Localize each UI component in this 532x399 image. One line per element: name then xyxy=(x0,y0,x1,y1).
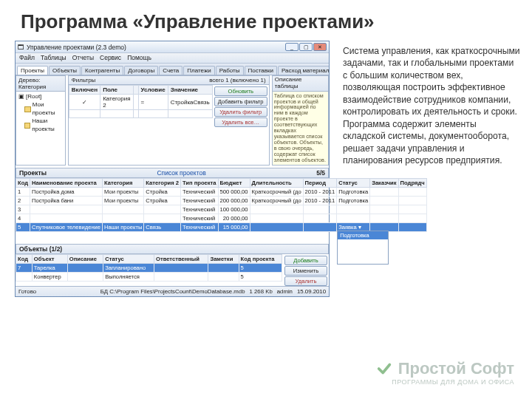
brand-logo: Простой Софт ПРОГРАММЫ ДЛЯ ДОМА И ОФИСА xyxy=(376,359,514,386)
tab-invoices[interactable]: Счета xyxy=(159,66,183,75)
status-size: 1 268 Kb xyxy=(250,288,273,295)
menu-service[interactable]: Сервис xyxy=(100,54,121,62)
table-row[interactable]: 5Спутниковое телевидениеНаши проектыСвяз… xyxy=(16,222,427,231)
tree-header: Дерево: Категория xyxy=(16,76,65,92)
menu-tables[interactable]: Таблицы xyxy=(41,54,66,62)
projects-grid[interactable]: КодНаименование проектаКатегорияКатегори… xyxy=(16,178,329,232)
objects-header: Объекты (1/2) xyxy=(19,245,62,253)
status-db: БД C:\Program Files\ProjectsCount\DemoDa… xyxy=(100,288,245,295)
filters-title: Фильтры xyxy=(72,77,96,83)
tree-node[interactable]: Мои проекты xyxy=(18,101,63,117)
table-row[interactable]: КонвертерВыполняется5 xyxy=(16,272,282,281)
menu-help[interactable]: Помощь xyxy=(127,54,151,62)
menu-file[interactable]: Файл xyxy=(19,54,35,62)
tree-root[interactable]: ▣[Root] xyxy=(18,93,63,100)
tab-projects[interactable]: Проекты xyxy=(17,66,48,75)
table-row[interactable]: 1Постройка домаМои проектыСтройкаТехниче… xyxy=(16,187,427,196)
tab-objects[interactable]: Объекты xyxy=(49,66,81,75)
status-dropdown[interactable]: ПодготовкаРеализацияЗавершенОтменен xyxy=(337,231,389,265)
status-date: 15.09.2010 xyxy=(297,288,326,295)
delete-all-filters-button[interactable]: Удалить все… xyxy=(214,117,267,127)
folder-icon xyxy=(24,106,31,112)
delete-object-button[interactable]: Удалить xyxy=(284,276,327,286)
add-object-button[interactable]: Добавить xyxy=(284,256,327,265)
filters-count: всего 1 (включено 1) xyxy=(209,77,266,83)
status-user: admin xyxy=(277,288,293,295)
projects-list-link[interactable]: Список проектов xyxy=(157,169,205,177)
refresh-button[interactable]: Обновить xyxy=(214,86,267,96)
minimize-button[interactable]: _ xyxy=(285,43,299,51)
menu-reports[interactable]: Отчеты xyxy=(72,54,94,62)
dropdown-option[interactable]: Реализация xyxy=(338,239,388,248)
tab-contracts[interactable]: Договоры xyxy=(124,66,158,75)
menubar: Файл Таблицы Отчеты Сервис Помощь xyxy=(16,53,329,64)
dropdown-option[interactable]: Отменен xyxy=(338,256,388,264)
delete-filter-button[interactable]: Удалить фильтр xyxy=(214,107,267,117)
add-filter-button[interactable]: Добавить фильтр xyxy=(214,97,267,106)
edit-object-button[interactable]: Изменить xyxy=(284,266,327,276)
tab-deliveries[interactable]: Поставки xyxy=(245,66,277,75)
table-row[interactable]: 2Постройка баниМои проектыСтройкаТехниче… xyxy=(16,196,427,205)
descbox-header: Описание таблицы xyxy=(273,76,328,92)
tree-node[interactable]: Наши проекты xyxy=(18,117,63,133)
tab-works[interactable]: Работы xyxy=(216,66,244,75)
folder-icon xyxy=(24,123,30,129)
app-window: 🗔 Управление проектами (2.3 demo) _ ▢ ✕ … xyxy=(15,41,330,297)
app-icon: 🗔 xyxy=(18,44,24,51)
filters-panel: Фильтры всего 1 (включено 1) Включен Пол… xyxy=(68,75,270,166)
table-row[interactable]: 4Технический20 000,00 xyxy=(16,214,427,222)
projects-header: Проекты xyxy=(19,169,47,177)
table-description: Описание таблицы Таблица со списком прое… xyxy=(272,75,329,166)
dropdown-option[interactable]: Подготовка xyxy=(338,231,388,239)
projects-count: 5/5 xyxy=(316,169,325,177)
status-bar: Готово БД C:\Program Files\ProjectsCount… xyxy=(16,286,329,296)
table-row[interactable]: 3Технический100 000,00 xyxy=(16,205,427,214)
tree-panel: Дерево: Категория ▣[Root] Мои проекты На… xyxy=(16,75,66,166)
maximize-button[interactable]: ▢ xyxy=(299,43,313,51)
filter-row[interactable]: ✓ Категория 2 = СтройкаСвязь xyxy=(69,95,212,110)
objects-grid[interactable]: КодОбъектОписаниеСтатусОтветственныйЗаме… xyxy=(16,254,282,286)
table-row[interactable]: 7ТарелкаЗапланировано5 xyxy=(16,263,282,272)
tab-contragents[interactable]: Контрагенты xyxy=(81,66,123,75)
filters-grid[interactable]: Включен Поле Условие Значение ✓ Категори… xyxy=(69,85,213,129)
tab-materials[interactable]: Расход материалов xyxy=(278,66,329,75)
page-title: Программа «Управление проектами» xyxy=(0,0,532,33)
close-button[interactable]: ✕ xyxy=(313,43,327,51)
dropdown-option[interactable]: Завершен xyxy=(338,248,388,256)
tab-payments[interactable]: Платежи xyxy=(183,66,214,75)
checkmark-icon xyxy=(376,361,392,377)
status-left: Готово xyxy=(18,288,36,295)
window-title: Управление проектами (2.3 demo) xyxy=(27,44,126,51)
titlebar: 🗔 Управление проектами (2.3 demo) _ ▢ ✕ xyxy=(16,41,329,53)
tabbar: Проекты Объекты Контрагенты Договоры Сче… xyxy=(16,64,329,75)
